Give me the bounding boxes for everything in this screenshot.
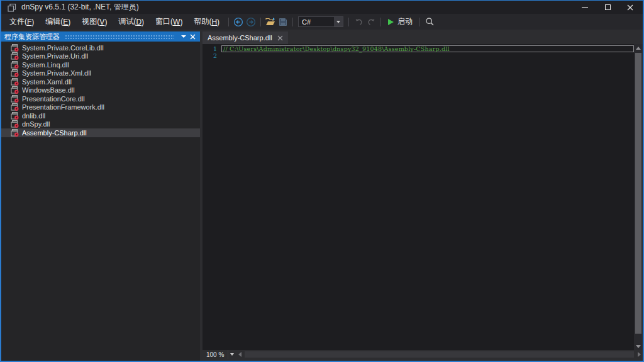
tree-item-assembly[interactable]: PresentationCore.dll: [1, 94, 200, 103]
line-number: 2: [203, 52, 217, 59]
chevron-down-icon: [181, 35, 186, 38]
toolbar-separator: [292, 18, 293, 26]
horizontal-scrollbar[interactable]: [236, 350, 643, 359]
line-number: 1: [203, 45, 217, 52]
assembly-explorer-panel: 程序集资源管理器 System.Private.CoreLib.dll Syst…: [1, 31, 200, 361]
save-all-button[interactable]: [277, 16, 289, 28]
tree-item-assembly-selected[interactable]: Assembly-CSharp.dll: [1, 128, 200, 137]
assembly-module-icon: [11, 61, 19, 69]
open-file-button[interactable]: [264, 16, 277, 28]
vertical-scrollbar[interactable]: [634, 44, 643, 350]
tab-assembly-csharp[interactable]: Assembly-CSharp.dll: [203, 31, 288, 44]
assembly-module-icon: [11, 112, 19, 120]
assembly-module-icon: [11, 120, 19, 128]
assembly-module-icon: [11, 129, 19, 137]
tree-item-assembly[interactable]: dnSpy.dll: [1, 120, 200, 129]
window-title: dnSpy v6.5.1 (32-bit, .NET, 管理员): [21, 2, 139, 13]
tab-close-icon[interactable]: [277, 35, 283, 41]
menu-toolbar: 文件(F) 编辑(E) 视图(V) 调试(D) 窗口(W) 帮助(H): [1, 14, 643, 30]
search-assemblies-button[interactable]: [423, 16, 436, 28]
language-combobox-dropdown[interactable]: [334, 17, 343, 26]
maximize-icon: [605, 4, 611, 10]
scroll-up-button[interactable]: [636, 44, 641, 52]
nav-forward-button[interactable]: [245, 16, 257, 28]
editor-pane: Assembly-CSharp.dll 1 2 // C:\Users\Admi…: [203, 31, 643, 361]
assembly-module-icon: [11, 95, 19, 103]
start-debug-button[interactable]: 启动: [384, 16, 416, 28]
toolbar-separator: [260, 18, 261, 26]
assembly-module-icon: [11, 78, 19, 86]
play-icon: [388, 19, 394, 25]
menu-view[interactable]: 视图(V): [76, 14, 113, 30]
vertical-scrollbar-thumb[interactable]: [635, 53, 641, 334]
toolbar-separator: [348, 18, 349, 26]
menu-file[interactable]: 文件(F): [4, 14, 40, 30]
toolbar-separator: [419, 18, 420, 26]
close-button[interactable]: [626, 4, 634, 11]
close-icon: [190, 34, 196, 40]
menu-debug[interactable]: 调试(D): [113, 14, 150, 30]
editor-bottom-bar: 100 %: [203, 350, 643, 359]
language-combobox-value: C#: [299, 18, 334, 26]
save-icon: [279, 18, 287, 26]
assembly-tree[interactable]: System.Private.CoreLib.dll System.Privat…: [1, 42, 200, 361]
main-area: 程序集资源管理器 System.Private.CoreLib.dll Syst…: [1, 30, 643, 361]
line-number-gutter: 1 2: [203, 44, 221, 350]
undo-icon: [354, 18, 364, 26]
scroll-down-button[interactable]: [636, 342, 641, 350]
dnspy-window: dnSpy v6.5.1 (32-bit, .NET, 管理员) 文件(F) 编…: [0, 0, 644, 362]
toolbar-separator: [228, 18, 229, 26]
undo-button[interactable]: [352, 16, 365, 28]
window-controls: [581, 4, 636, 11]
assembly-explorer-header[interactable]: 程序集资源管理器: [1, 31, 200, 42]
chevron-down-icon: [336, 21, 340, 23]
horizontal-scrollbar-thumb[interactable]: [245, 351, 634, 358]
redo-icon: [367, 18, 376, 26]
close-icon: [627, 4, 633, 11]
tree-item-assembly[interactable]: System.Xaml.dll: [1, 77, 200, 86]
tree-item-assembly[interactable]: System.Private.Uri.dll: [1, 52, 200, 61]
scroll-right-button[interactable]: [635, 352, 643, 357]
code-editor[interactable]: 1 2 // C:\Users\Administrator\Desktop\dn…: [203, 44, 643, 350]
tree-item-assembly[interactable]: dnlib.dll: [1, 111, 200, 120]
scroll-left-button[interactable]: [236, 352, 243, 357]
zoom-level: 100 %: [203, 351, 228, 358]
panel-position-button[interactable]: [179, 32, 188, 41]
app-window-icon: [8, 3, 16, 12]
assembly-module-icon: [11, 52, 19, 60]
triangle-left-icon: [238, 352, 242, 357]
vertical-scrollbar-track[interactable]: [634, 52, 643, 342]
triangle-up-icon: [636, 47, 641, 50]
assembly-module-icon: [11, 69, 19, 77]
menu-edit[interactable]: 编辑(E): [40, 14, 76, 30]
nav-forward-icon: [246, 17, 256, 27]
maximize-button[interactable]: [604, 4, 611, 11]
minimize-icon: [582, 7, 588, 8]
open-folder-icon: [265, 17, 276, 26]
current-line-highlight: // C:\Users\Administrator\Desktop\dnspy3…: [221, 45, 634, 52]
menu-window[interactable]: 窗口(W): [150, 14, 188, 30]
tree-item-assembly[interactable]: WindowsBase.dll: [1, 86, 200, 95]
assembly-module-icon: [11, 103, 19, 111]
code-comment-line: // C:\Users\Administrator\Desktop\dnspy3…: [223, 45, 450, 52]
tree-item-assembly[interactable]: PresentationFramework.dll: [1, 103, 200, 112]
chevron-down-icon: [230, 353, 234, 356]
menu-help[interactable]: 帮助(H): [188, 14, 225, 30]
start-debug-label: 启动: [397, 16, 413, 27]
zoom-dropdown-button[interactable]: [228, 350, 236, 359]
tree-item-assembly[interactable]: System.Private.Xml.dll: [1, 69, 200, 78]
triangle-down-icon: [636, 345, 641, 348]
nav-back-button[interactable]: [232, 16, 245, 28]
tab-label: Assembly-CSharp.dll: [208, 34, 272, 42]
language-combobox[interactable]: C#: [298, 16, 343, 27]
nav-back-icon: [233, 17, 243, 27]
panel-grip: [65, 35, 174, 40]
redo-button[interactable]: [365, 16, 377, 28]
tab-strip: Assembly-CSharp.dll: [203, 31, 643, 44]
minimize-button[interactable]: [581, 4, 589, 11]
horizontal-scrollbar-track[interactable]: [243, 350, 635, 359]
code-content: // C:\Users\Administrator\Desktop\dnspy3…: [221, 44, 634, 350]
panel-close-button[interactable]: [188, 32, 197, 41]
tree-item-assembly[interactable]: System.Private.CoreLib.dll: [1, 43, 200, 52]
tree-item-assembly[interactable]: System.Linq.dll: [1, 60, 200, 69]
